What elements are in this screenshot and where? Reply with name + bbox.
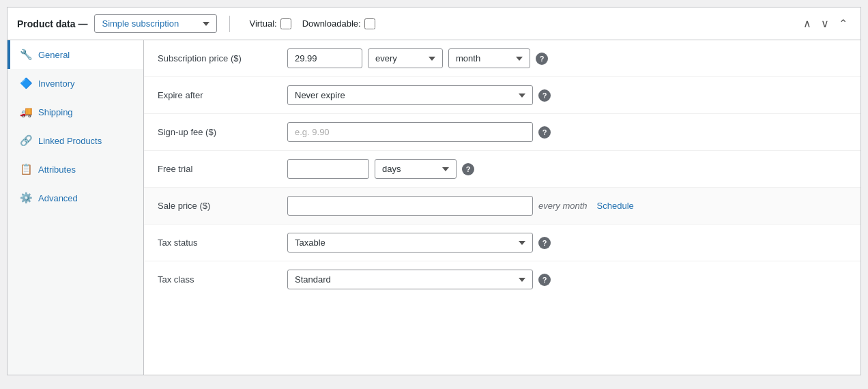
product-data-panel: Product data — Simple subscription Virtu… xyxy=(7,7,861,375)
sidebar-label-shipping: Shipping xyxy=(38,107,73,117)
free-trial-controls: days weeks months years ? xyxy=(287,159,847,179)
subscription-period-select[interactable]: day week month year xyxy=(448,48,530,68)
sidebar-label-linked-products: Linked Products xyxy=(38,136,102,146)
tax-class-label: Tax class xyxy=(158,274,280,285)
sidebar-label-general: General xyxy=(38,50,70,60)
signup-fee-row: Sign-up fee ($) ? xyxy=(144,114,860,151)
sale-price-row: Sale price ($) every month Schedule xyxy=(144,188,860,225)
virtual-text: Virtual: xyxy=(249,18,276,29)
subscription-price-label: Subscription price ($) xyxy=(158,53,280,63)
tax-status-row: Tax status Taxable Shipping only None ? xyxy=(144,225,860,261)
sale-price-label: Sale price ($) xyxy=(158,201,280,211)
tax-class-help: ? xyxy=(538,274,551,286)
sidebar-label-attributes: Attributes xyxy=(38,164,76,175)
downloadable-text: Downloadable: xyxy=(302,18,361,29)
link-icon: 🔗 xyxy=(20,134,33,147)
header-arrows: ∧ ∨ ⌃ xyxy=(800,16,851,31)
virtual-checkbox[interactable] xyxy=(280,18,291,29)
arrow-up-button[interactable]: ∧ xyxy=(800,16,815,31)
sidebar-item-general[interactable]: 🔧 General xyxy=(8,40,143,69)
sidebar-item-inventory[interactable]: 🔷 Inventory xyxy=(8,69,143,98)
sidebar-item-attributes[interactable]: 📋 Attributes xyxy=(8,155,143,184)
free-trial-input[interactable] xyxy=(287,159,369,179)
list-icon: 📋 xyxy=(20,163,33,175)
tax-class-controls: Standard Reduced rate Zero rate ? xyxy=(287,270,847,289)
sidebar-label-advanced: Advanced xyxy=(38,193,78,203)
expire-after-help: ? xyxy=(538,89,551,102)
product-data-header: Product data — Simple subscription Virtu… xyxy=(8,8,860,40)
expire-after-select[interactable]: Never expire 1 month 2 months 3 months 6… xyxy=(287,85,533,105)
main-form: Subscription price ($) every every 2 eve… xyxy=(144,40,860,375)
sidebar-item-shipping[interactable]: 🚚 Shipping xyxy=(8,98,143,126)
free-trial-period-select[interactable]: days weeks months years xyxy=(375,159,457,179)
arrow-collapse-button[interactable]: ⌃ xyxy=(835,16,851,31)
wrench-icon: 🔧 xyxy=(20,48,33,61)
tax-class-row: Tax class Standard Reduced rate Zero rat… xyxy=(144,261,860,298)
expire-after-label: Expire after xyxy=(158,90,280,100)
schedule-link[interactable]: Schedule xyxy=(597,201,634,211)
expire-after-row: Expire after Never expire 1 month 2 mont… xyxy=(144,77,860,114)
subscription-every-select[interactable]: every every 2 every 3 every 4 every 5 ev… xyxy=(368,48,443,68)
free-trial-label: Free trial xyxy=(158,164,280,174)
sale-price-controls: every month Schedule xyxy=(287,196,847,216)
sidebar-label-inventory: Inventory xyxy=(38,78,74,89)
virtual-label[interactable]: Virtual: xyxy=(249,18,291,29)
truck-icon: 🚚 xyxy=(20,106,33,118)
downloadable-checkbox[interactable] xyxy=(364,18,375,29)
divider xyxy=(229,16,230,32)
sidebar-item-linked-products[interactable]: 🔗 Linked Products xyxy=(8,126,143,155)
signup-fee-label: Sign-up fee ($) xyxy=(158,127,280,137)
subscription-price-row: Subscription price ($) every every 2 eve… xyxy=(144,40,860,77)
sidebar-item-advanced[interactable]: ⚙️ Advanced xyxy=(8,184,143,212)
tax-status-controls: Taxable Shipping only None ? xyxy=(287,233,847,253)
subscription-price-controls: every every 2 every 3 every 4 every 5 ev… xyxy=(287,48,847,68)
free-trial-row: Free trial days weeks months years ? xyxy=(144,151,860,188)
virtual-downloadable-section: Virtual: Downloadable: xyxy=(249,18,375,29)
signup-fee-input[interactable] xyxy=(287,122,533,142)
gear-icon: ⚙️ xyxy=(20,192,33,204)
signup-fee-controls: ? xyxy=(287,122,847,142)
product-data-title: Product data — xyxy=(17,18,87,29)
tax-class-select[interactable]: Standard Reduced rate Zero rate xyxy=(287,270,533,289)
signup-fee-help: ? xyxy=(538,126,551,139)
expire-after-controls: Never expire 1 month 2 months 3 months 6… xyxy=(287,85,847,105)
downloadable-label[interactable]: Downloadable: xyxy=(302,18,375,29)
tax-status-help: ? xyxy=(538,237,551,249)
product-data-body: 🔧 General 🔷 Inventory 🚚 Shipping 🔗 Linke… xyxy=(8,40,860,375)
inventory-icon: 🔷 xyxy=(20,77,33,89)
every-month-text: every month xyxy=(538,201,588,211)
tax-status-select[interactable]: Taxable Shipping only None xyxy=(287,233,533,253)
product-type-select[interactable]: Simple subscription xyxy=(94,14,217,33)
subscription-price-input[interactable] xyxy=(287,48,362,68)
arrow-down-button[interactable]: ∨ xyxy=(818,16,833,31)
free-trial-help: ? xyxy=(462,163,474,175)
sale-price-input[interactable] xyxy=(287,196,533,216)
sidebar: 🔧 General 🔷 Inventory 🚚 Shipping 🔗 Linke… xyxy=(8,40,144,375)
tax-status-label: Tax status xyxy=(158,237,280,248)
subscription-price-help: ? xyxy=(536,53,548,65)
